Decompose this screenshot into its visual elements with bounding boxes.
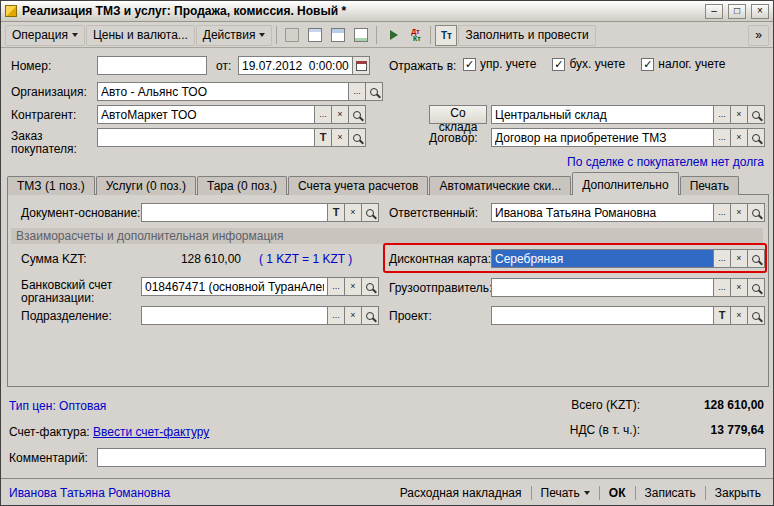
consignor-input[interactable] <box>491 278 714 297</box>
clear-button[interactable]: × <box>731 128 748 147</box>
posting-result-button[interactable]: Дт Кт <box>404 25 426 46</box>
reflect-label: Отражать в: <box>389 59 456 73</box>
price-type-link[interactable]: Тип цен: Оптовая <box>9 399 106 413</box>
write-button[interactable]: Записать <box>641 484 700 502</box>
check-document-icon <box>354 28 368 42</box>
go-to-button[interactable] <box>381 25 403 46</box>
clear-button[interactable]: × <box>332 128 349 147</box>
search-button[interactable] <box>748 306 765 325</box>
division-input[interactable] <box>141 306 328 325</box>
prices-label: Цены и валюта... <box>93 28 188 42</box>
tab-auto-discounts[interactable]: Автоматические ски... <box>429 176 571 195</box>
base-document-input[interactable] <box>141 203 328 222</box>
choose-button[interactable]: ... <box>328 306 345 325</box>
search-button[interactable] <box>748 249 765 268</box>
clear-button[interactable]: × <box>731 203 748 222</box>
responsible-input[interactable] <box>491 203 714 222</box>
choose-button[interactable]: ... <box>714 278 731 297</box>
search-button[interactable] <box>362 203 379 222</box>
tt-icon: Тт <box>441 30 452 41</box>
tab-additional[interactable]: Дополнительно <box>572 172 678 195</box>
checkbox-accounting[interactable]: ✓ бух. учете <box>552 57 625 71</box>
search-button[interactable] <box>366 82 383 101</box>
clear-button[interactable]: × <box>332 105 349 124</box>
contractor-input[interactable] <box>97 105 315 124</box>
customer-debt-link[interactable]: По сделке с покупателем нет долга <box>567 155 764 169</box>
discount-card-input[interactable] <box>491 249 714 268</box>
clear-button[interactable]: × <box>345 203 362 222</box>
date-input[interactable] <box>238 56 353 75</box>
print-menu-button[interactable]: Печать <box>537 484 594 502</box>
close-button[interactable]: Закрыть <box>711 484 765 502</box>
search-button[interactable] <box>748 105 765 124</box>
search-button[interactable] <box>349 105 366 124</box>
choose-button[interactable]: ... <box>714 128 731 147</box>
warehouse-input[interactable] <box>491 105 714 124</box>
discount-card-label: Дисконтная карта: <box>389 252 491 266</box>
clear-button[interactable]: × <box>731 249 748 268</box>
search-button[interactable] <box>748 203 765 222</box>
search-button[interactable] <box>748 278 765 297</box>
window-close-button[interactable]: × <box>751 4 769 19</box>
search-button[interactable] <box>748 128 765 147</box>
responsible-user-link[interactable]: Иванова Татьяна Романовна <box>9 486 170 500</box>
clear-button[interactable]: × <box>345 277 362 296</box>
ok-button[interactable]: ОК <box>605 484 630 502</box>
choose-button[interactable]: ... <box>328 277 345 296</box>
tab-settlement-accounts[interactable]: Счета учета расчетов <box>288 176 428 195</box>
document-journal-button[interactable] <box>304 25 326 46</box>
customer-order-input[interactable] <box>97 128 315 147</box>
date-label: от: <box>216 59 231 73</box>
comment-input[interactable] <box>97 448 766 467</box>
checkbox-management-accounting[interactable]: ✓ упр. учете <box>463 57 536 71</box>
toolbar-overflow-button[interactable]: » <box>748 25 769 46</box>
number-label: Номер: <box>11 59 51 73</box>
operation-menu-button[interactable]: Операция <box>5 25 85 46</box>
checkbox-tax-accounting[interactable]: ✓ налог. учете <box>641 57 725 71</box>
document-list-button[interactable] <box>327 25 349 46</box>
search-button[interactable] <box>349 128 366 147</box>
clear-button[interactable]: × <box>345 306 362 325</box>
tab-tare[interactable]: Тара (0 поз.) <box>197 176 287 195</box>
contractor-label: Контрагент: <box>11 108 76 122</box>
expense-note-button[interactable]: Расходная накладная <box>396 484 526 502</box>
fill-and-post-button[interactable]: Заполнить и провести <box>458 25 595 46</box>
choose-button[interactable]: ... <box>714 203 731 222</box>
choose-button[interactable]: ... <box>714 105 731 124</box>
organization-input[interactable] <box>97 82 349 101</box>
clear-button[interactable]: × <box>731 105 748 124</box>
choose-button[interactable]: ... <box>315 105 332 124</box>
actions-menu-button[interactable]: Действия <box>196 25 273 46</box>
check-document-button[interactable] <box>350 25 372 46</box>
calendar-button[interactable] <box>353 56 370 75</box>
project-input[interactable] <box>491 306 714 325</box>
search-button[interactable] <box>362 306 379 325</box>
window-minimize-button[interactable]: – <box>705 4 723 19</box>
footer-toggle-button[interactable]: Тт <box>435 25 457 46</box>
choose-button[interactable]: ... <box>349 82 366 101</box>
tab-bar: ТМЗ (1 поз.) Услуги (0 поз.) Тара (0 поз… <box>7 172 740 195</box>
number-input[interactable] <box>97 56 207 75</box>
tab-services[interactable]: Услуги (0 поз.) <box>96 176 196 195</box>
text-edit-button[interactable]: T <box>714 306 731 325</box>
choose-button[interactable]: ... <box>714 249 731 268</box>
checkbox-label: налог. учете <box>658 57 725 71</box>
text-edit-button[interactable]: T <box>315 128 332 147</box>
text-edit-button[interactable]: T <box>328 203 345 222</box>
copy-icon <box>285 28 299 42</box>
contract-input[interactable] <box>491 128 714 147</box>
tab-tmz[interactable]: ТМЗ (1 поз.) <box>7 176 95 195</box>
clear-button[interactable]: × <box>731 306 748 325</box>
chevron-down-icon <box>259 33 265 37</box>
division-label: Подразделение: <box>21 309 112 323</box>
bank-account-input[interactable] <box>141 277 328 296</box>
prices-currency-button[interactable]: Цены и валюта... <box>86 25 195 46</box>
copy-document-button[interactable] <box>281 25 303 46</box>
tab-print[interactable]: Печать <box>680 176 739 195</box>
enter-invoice-link[interactable]: Ввести счет-фактуру <box>93 425 209 439</box>
window-maximize-button[interactable]: □ <box>728 4 746 19</box>
search-button[interactable] <box>362 277 379 296</box>
warehouse-toggle-button[interactable]: Со склада <box>429 105 487 124</box>
search-icon <box>353 134 361 142</box>
clear-button[interactable]: × <box>731 278 748 297</box>
